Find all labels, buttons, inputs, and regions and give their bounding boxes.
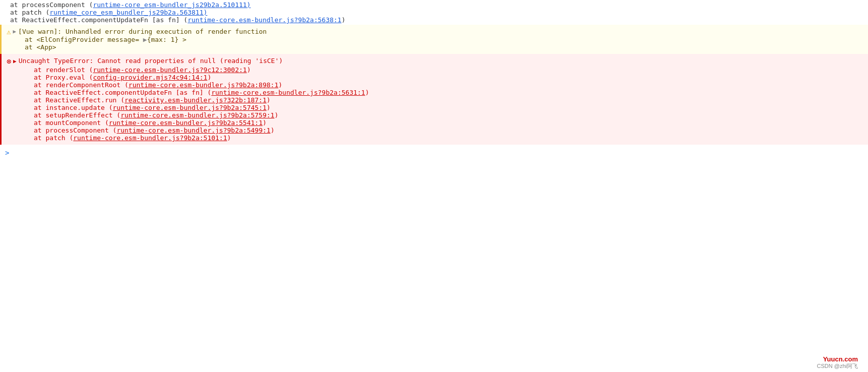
error-stack-line-2: at Proxy.eval (config-provider.mjs?4c94:… (7, 74, 868, 81)
top-line-3-prefix: at ReactiveEffect.componentUpdateFn [as … (10, 16, 188, 24)
error-stack-line-5: at ReactiveEffect.run (reactivity.esm-bu… (7, 96, 868, 104)
error-icon: ⊗ (7, 57, 11, 66)
error-stack-line-8: at mountComponent (runtime-core.esm-bund… (7, 119, 868, 127)
error-link-4[interactable]: runtime-core.esm-bundler.js?9b2a:5631:1 (211, 89, 365, 96)
top-line-3-link[interactable]: runtime-core.esm-bundler.js?9b2a:5638:1 (188, 16, 341, 24)
top-line-1-prefix: at processComponent ( (10, 1, 93, 9)
error-stack-line-3: at renderComponentRoot (runtime-core.esm… (7, 81, 868, 89)
error-link-2[interactable]: config-provider.mjs?4c94:14:1 (93, 74, 207, 81)
error-stack-line-9: at processComponent (runtime-core.esm-bu… (7, 127, 868, 134)
top-line-2: at patch (runtime_core_esm_bundler_js29b… (10, 9, 868, 16)
error-link-6[interactable]: runtime-core.esm-bundler.js?9b2a:5745:1 (113, 104, 267, 111)
error-triangle[interactable]: ▶ (13, 58, 17, 65)
error-link-8[interactable]: runtime-core.esm-bundler.js?9b2a:5541:1 (109, 119, 263, 127)
warning-icon: ⚠ (7, 28, 11, 36)
top-line-1: at processComponent (runtime-core_esm-bu… (10, 1, 868, 9)
watermark: Yuucn.com (823, 355, 858, 363)
error-link-1[interactable]: runtime-core.esm-bundler.js?9c12:3002:1 (93, 66, 246, 74)
error-link-3[interactable]: runtime-core.esm-bundler.js?9b2a:898:1 (129, 81, 278, 89)
error-stack-line-4: at ReactiveEffect.componentUpdateFn [as … (7, 89, 868, 96)
error-stack-line-1: at renderSlot (runtime-core.esm-bundler.… (7, 66, 868, 74)
prompt-chevron: > (5, 149, 9, 157)
error-header-line: ⊗ ▶ Uncaught TypeError: Cannot read prop… (7, 57, 868, 66)
csdn-credit: CSDN @zhi阿飞 (817, 362, 858, 370)
error-block: ⊗ ▶ Uncaught TypeError: Cannot read prop… (0, 54, 868, 145)
top-line-1-link[interactable]: runtime-core_esm-bundler_js29b2a.510111) (93, 1, 251, 9)
top-line-2-prefix: at patch ( (10, 9, 49, 16)
error-link-5[interactable]: reactivity.esm-bundler.js?322b:187:1 (125, 96, 267, 104)
warning-main-text: [Vue warn]: Unhandled error during execu… (18, 28, 267, 35)
top-line-3: at ReactiveEffect.componentUpdateFn [as … (10, 16, 868, 24)
error-link-7[interactable]: runtime-core.esm-bundler.js?9b2a:5759:1 (120, 111, 274, 119)
console-input-line[interactable]: > (0, 145, 868, 161)
error-stack-line-7: at setupRenderEffect (runtime-core.esm-b… (7, 111, 868, 119)
warning-line-2: at <App> (7, 43, 868, 51)
top-line-2-link[interactable]: runtime_core_esm_bundler_js29b2a.563811) (49, 9, 207, 16)
warning-triangle[interactable]: ▶ (13, 28, 16, 35)
error-link-10[interactable]: runtime-core.esm-bundler.js?9b2a:5101:1 (73, 134, 227, 142)
error-stack-line-10: at patch (runtime-core.esm-bundler.js?9b… (7, 134, 868, 142)
error-link-9[interactable]: runtime-core.esm-bundler.js?9b2a:5499:1 (116, 127, 270, 134)
error-main-text: Uncaught TypeError: Cannot read properti… (19, 57, 283, 65)
warning-header-line: ⚠ ▶ [Vue warn]: Unhandled error during e… (7, 28, 868, 36)
warning-block: ⚠ ▶ [Vue warn]: Unhandled error during e… (0, 25, 868, 54)
top-lines-section: at processComponent (runtime-core_esm-bu… (0, 0, 868, 25)
console-panel: at processComponent (runtime-core_esm-bu… (0, 0, 868, 372)
error-stack-line-6: at instance.update (runtime-core.esm-bun… (7, 104, 868, 111)
warning-line-1: at <ElConfigProvider message= ▶{max: 1} … (7, 36, 868, 43)
